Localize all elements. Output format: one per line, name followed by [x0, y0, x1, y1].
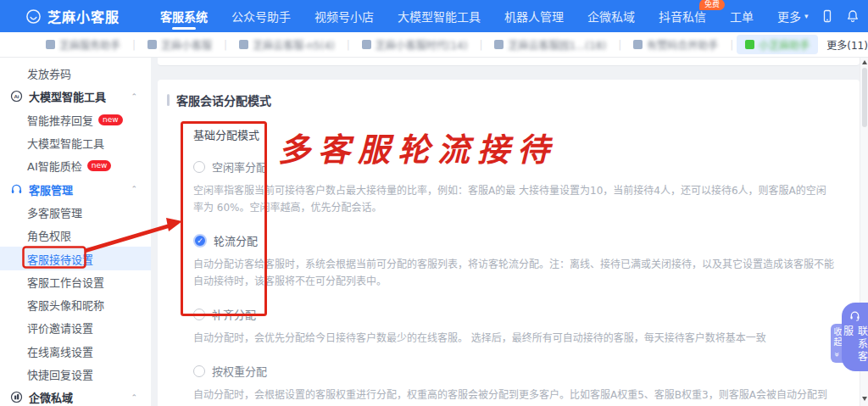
- account-tab[interactable]: 芝麻云客服园1...(18): [486, 35, 615, 54]
- building-icon: [10, 391, 23, 403]
- account-tab-icon: [633, 40, 643, 49]
- sidebar-item-快捷回复设置[interactable]: 快捷回复设置: [0, 363, 151, 386]
- nav-item-label: 抖音私信: [659, 8, 706, 25]
- account-tabbar: 芝麻服务助手|芝麻小客服|芝麻云客服-n5(4)|芝麻小客服时代(14)|芝麻云…: [0, 32, 868, 58]
- sidebar-item-大模型智能工具[interactable]: Ai大模型智能工具⌃: [0, 85, 151, 108]
- sidebar-item-label: 企微私域: [29, 389, 73, 405]
- sidebar-item-label: 客服工作台设置: [27, 274, 104, 290]
- assign-option-desc: 自动分配访客给客服时，系统会根据当前可分配的客服列表，将访客轮流分配。注：离线、…: [193, 256, 839, 290]
- chevron-up-icon: ⌃: [131, 185, 137, 193]
- account-tab-label: 小芝麻助手: [759, 37, 810, 52]
- account-tab[interactable]: 芝麻小客服: [139, 35, 220, 54]
- sidebar-item-label: 大模型智能工具: [29, 88, 106, 104]
- radio-unchecked-icon[interactable]: [193, 161, 205, 173]
- tab-separator: |: [347, 39, 350, 51]
- sidebar-item-评价邀请设置[interactable]: 评价邀请设置: [0, 316, 151, 339]
- chevron-down-icon: ▾: [804, 12, 809, 20]
- account-tab[interactable]: 芝麻服务助手: [37, 35, 129, 54]
- nav-item-客服系统[interactable]: 客服系统: [148, 0, 220, 32]
- nav-item-公众号助手[interactable]: 公众号助手: [220, 0, 303, 32]
- sidebar-item-label: 客服接待设置: [27, 251, 93, 267]
- nav-item-抖音私信[interactable]: 抖音私信免费: [647, 0, 718, 32]
- assign-option-按权重分配[interactable]: 按权重分配: [193, 363, 839, 379]
- contact-service-label: 联系客服: [841, 325, 868, 371]
- contact-service-button[interactable]: 联系客服: [842, 303, 868, 371]
- tab-separator: |: [479, 39, 482, 51]
- sidebar-item-客服头像和昵称[interactable]: 客服头像和昵称: [0, 293, 151, 316]
- main-nav: 客服系统公众号助手视频号小店大模型智能工具机器人管理企微私域抖音私信免费工单更多…: [148, 0, 821, 32]
- account-tab-icon: [239, 40, 248, 49]
- nav-item-label: 大模型智能工具: [398, 8, 481, 25]
- account-tab-icon: [46, 40, 55, 49]
- sidebar-item-在线离线设置[interactable]: 在线离线设置: [0, 340, 151, 363]
- sidebar-item-label: 发放券码: [27, 65, 71, 81]
- nav-item-机器人管理[interactable]: 机器人管理: [492, 0, 576, 32]
- headset-icon: [849, 310, 861, 321]
- account-tab-icon: [362, 40, 371, 49]
- sidebar-menu: 发放券码Ai大模型智能工具⌃智能推荐回复new大模型智能工具AI智能质检new客…: [0, 58, 151, 406]
- account-tab-label: 芝麻服务助手: [59, 37, 120, 52]
- sidebar-item-客服接待设置[interactable]: 客服接待设置: [0, 247, 151, 270]
- app-logo: 芝麻小客服: [25, 6, 120, 26]
- radio-checked-icon[interactable]: ✓: [193, 234, 207, 247]
- scroll-down-icon[interactable]: [862, 397, 867, 401]
- assign-option-label: 补齐分配: [212, 306, 256, 322]
- title-bar-mark: [167, 94, 170, 106]
- sidebar-item-label: 客服头像和昵称: [27, 297, 104, 313]
- nav-item-label: 更多: [777, 8, 801, 25]
- tabs-more-dropdown[interactable]: 更多(11) ∨: [826, 37, 868, 52]
- scrollbar-thumb[interactable]: [862, 68, 867, 127]
- account-tab[interactable]: 小芝麻助手: [737, 35, 818, 54]
- mobile-icon[interactable]: [821, 9, 834, 23]
- sidebar-item-智能推荐回复[interactable]: 智能推荐回复new: [0, 108, 151, 131]
- nav-item-视频号小店[interactable]: 视频号小店: [303, 0, 386, 32]
- assign-option-补齐分配[interactable]: 补齐分配: [193, 306, 839, 322]
- account-tab-icon: [745, 40, 754, 49]
- nav-item-label: 机器人管理: [504, 8, 564, 25]
- sidebar-item-企微私域[interactable]: 企微私域⌃: [0, 386, 151, 406]
- sidebar-item-label: AI智能质检: [27, 158, 82, 174]
- sidebar-item-label: 评价邀请设置: [27, 320, 93, 336]
- radio-unchecked-icon[interactable]: [193, 365, 205, 377]
- tab-separator: |: [132, 39, 136, 51]
- assign-option-desc: 自动分配时，会优先分配给今日接待客户数最少的在线客服。 选择后，最终所有可自动接…: [193, 330, 839, 347]
- top-navbar: 芝麻小客服 客服系统公众号助手视频号小店大模型智能工具机器人管理企微私域抖音私信…: [0, 0, 868, 32]
- app-title: 芝麻小客服: [47, 6, 120, 26]
- sidebar-item-多客服管理[interactable]: 多客服管理: [0, 201, 151, 224]
- smile-logo-icon: [25, 8, 42, 25]
- new-badge: new: [98, 114, 123, 125]
- assign-option-desc: 自动分配时，会根据设置的客服权重进行分配，权重高的客服会被分配到更多客户。比如客…: [193, 387, 839, 406]
- nav-item-label: 公众号助手: [231, 8, 291, 25]
- sidebar-item-发放券码[interactable]: 发放券码: [0, 62, 151, 85]
- sidebar-item-label: 大模型智能工具: [27, 135, 104, 151]
- svg-text:Ai: Ai: [14, 94, 19, 100]
- nav-item-企微私域[interactable]: 企微私域: [576, 0, 647, 32]
- sidebar-item-客服工作台设置[interactable]: 客服工作台设置: [0, 270, 151, 293]
- sidebar-item-客服管理[interactable]: 客服管理⌃: [0, 177, 151, 200]
- assign-option-轮流分配[interactable]: ✓轮流分配: [193, 232, 839, 248]
- sidebar-item-大模型智能工具[interactable]: 大模型智能工具: [0, 131, 151, 154]
- account-tab-label: 有赞码合并助手: [647, 37, 718, 52]
- tab-separator: |: [730, 39, 733, 51]
- sidebar-item-label: 角色权限: [27, 227, 71, 243]
- session-assign-panel: 客服会话分配模式 基础分配模式 空闲率分配空闲率指客服当前可接待客户数占最大接待…: [158, 80, 860, 406]
- nav-item-工单[interactable]: 工单: [718, 0, 765, 32]
- scroll-up-icon[interactable]: [862, 60, 867, 64]
- assign-option-label: 轮流分配: [214, 232, 258, 248]
- sidebar-item-label: 智能推荐回复: [27, 112, 93, 128]
- nav-item-更多[interactable]: 更多▾: [765, 0, 821, 32]
- nav-item-大模型智能工具[interactable]: 大模型智能工具: [386, 0, 492, 32]
- sidebar-item-角色权限[interactable]: 角色权限: [0, 224, 151, 247]
- account-tab[interactable]: 有赞码合并助手: [625, 35, 726, 54]
- radio-unchecked-icon[interactable]: [193, 309, 205, 320]
- bell-icon[interactable]: [846, 9, 860, 23]
- assign-option-空闲率分配[interactable]: 空闲率分配: [193, 159, 839, 175]
- account-tab[interactable]: 芝麻小客服时代(14): [353, 35, 476, 54]
- chevron-up-icon: ⌃: [131, 393, 137, 402]
- sidebar-item-AI智能质检[interactable]: AI智能质检new: [0, 154, 151, 177]
- account-tab-label: 芝麻小客服: [161, 37, 212, 52]
- account-tab-icon: [147, 40, 157, 49]
- account-tab[interactable]: 芝麻云客服-n5(4): [231, 35, 343, 54]
- new-badge: new: [87, 160, 112, 171]
- sidebar-item-label: 多客服管理: [27, 204, 82, 220]
